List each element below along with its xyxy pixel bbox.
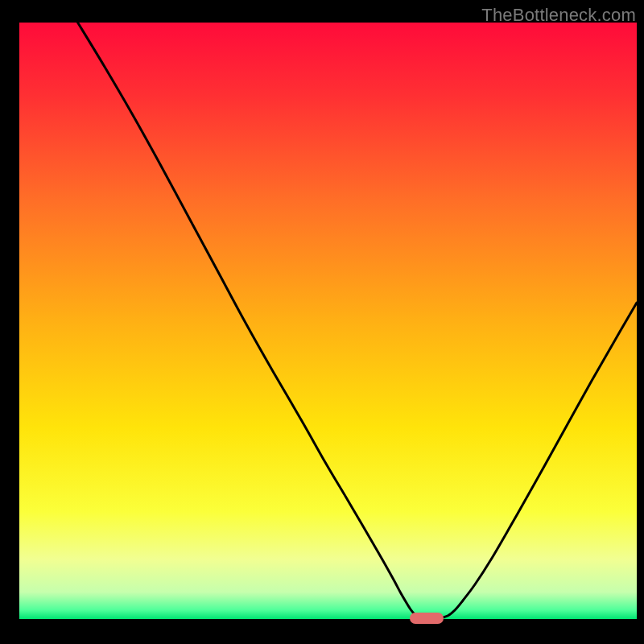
chart-frame: TheBottleneck.com (0, 0, 644, 644)
plot-background (19, 23, 637, 619)
watermark-text: TheBottleneck.com (481, 5, 636, 26)
optimum-marker (410, 613, 444, 624)
bottleneck-chart (0, 0, 644, 644)
